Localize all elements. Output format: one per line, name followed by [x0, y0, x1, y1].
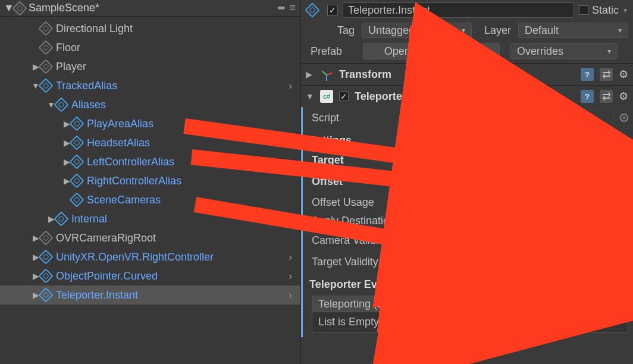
offset-usage-dropdown[interactable]: Offset Always Ignore Destin ▾ — [434, 194, 628, 210]
gameobject-icon — [69, 154, 84, 169]
hierarchy-item[interactable]: ▶Directional Light — [0, 19, 300, 38]
scene-foldout-icon[interactable]: ▼ — [4, 2, 12, 14]
hierarchy-item[interactable]: ▶Player — [0, 57, 300, 76]
object-picker-icon[interactable] — [620, 156, 628, 164]
gameobject-icon — [69, 192, 84, 207]
hierarchy-item[interactable]: ▼Aliases — [0, 95, 300, 114]
hierarchy-tree: ▶Directional Light▶Floor▶Player▼TrackedA… — [0, 17, 300, 305]
hierarchy-item[interactable]: ▼TrackedAlias› — [0, 76, 300, 95]
gameobject-icon — [54, 97, 68, 112]
tag-dropdown[interactable]: Untagged ▾ — [362, 23, 472, 38]
scene-title[interactable]: SampleScene* — [29, 2, 99, 14]
inspector-panel: ✓ Teleporter.Instant Static ▼ Tag Untagg… — [301, 0, 633, 364]
chevron-down-icon: ▾ — [618, 26, 622, 34]
gameobject-icon — [38, 40, 53, 55]
gameobject-icon — [54, 211, 68, 226]
tag-label: Tag — [334, 24, 355, 37]
foldout-icon[interactable]: ▼ — [306, 92, 314, 101]
offset-field[interactable]: HeadsetAlias — [434, 173, 614, 190]
preset-icon[interactable]: ⇄ — [600, 90, 613, 103]
target-field[interactable]: PlayAreaAlias — [434, 152, 614, 168]
gameobject-icon — [38, 268, 53, 283]
hierarchy-item[interactable]: ▶HeadsetAlias — [0, 133, 300, 152]
hierarchy-item-label: PlayAreaAlias — [87, 118, 153, 130]
gear-icon[interactable]: ⚙ — [619, 90, 628, 103]
object-picker-icon[interactable] — [620, 236, 628, 244]
chevron-right-icon[interactable]: › — [289, 251, 292, 263]
script-icon: c# — [439, 113, 449, 123]
hierarchy-item-label: Directional Light — [56, 23, 133, 35]
panel-menu-icon[interactable]: ≡ — [289, 2, 296, 14]
hierarchy-item[interactable]: ▶UnityXR.OpenVR.RightController› — [0, 247, 300, 266]
transform-icon — [320, 68, 333, 81]
apply-rotation-label: Apply Destination Rot — [312, 215, 428, 227]
transform-header[interactable]: ▶ Transform ? ⇄ ⚙ — [301, 64, 633, 85]
prefab-override-bar — [301, 107, 303, 337]
hierarchy-item-label: Internal — [71, 213, 107, 225]
offset-usage-value: Offset Always Ignore Destin — [440, 196, 572, 209]
events-section-label: Teleporter Events — [309, 278, 628, 291]
help-icon[interactable]: ? — [581, 90, 594, 103]
target-value: PlayAreaAlias — [452, 154, 519, 167]
gameobject-icon — [38, 78, 53, 93]
chevron-right-icon[interactable]: › — [289, 270, 292, 283]
chevron-right-icon[interactable]: › — [289, 80, 292, 92]
gameobject-icon — [437, 154, 449, 166]
prefab-open-button[interactable]: Open — [363, 43, 432, 59]
gameobject-name-field[interactable]: Teleporter.Instant — [343, 2, 574, 18]
object-picker-icon[interactable] — [620, 114, 628, 122]
event-header[interactable]: Teleporting (EventData) — [312, 296, 628, 312]
hierarchy-item[interactable]: ▶LeftControllerAlias — [0, 152, 300, 171]
static-toggle[interactable] — [579, 5, 588, 15]
gameobject-icon — [305, 2, 319, 17]
foldout-icon[interactable]: ▶ — [306, 70, 314, 79]
target-validity-field[interactable]: None (I Rule) — [434, 253, 614, 270]
static-dropdown-icon[interactable]: ▼ — [622, 7, 628, 14]
camera-validity-value: SceneCameras (Li — [453, 234, 542, 247]
script-field: c# TeleporterFacade — [434, 109, 614, 126]
hierarchy-item-label: Teleporter.Instant — [56, 289, 138, 302]
hierarchy-item[interactable]: ▶RightControllerAlias — [0, 171, 300, 190]
hierarchy-item-label: UnityXR.OpenVR.RightController — [56, 251, 214, 263]
prefab-select-button[interactable]: Select — [432, 43, 500, 59]
hierarchy-item[interactable]: ▶PlayAreaAlias — [0, 114, 300, 133]
hierarchy-item-label: Aliases — [71, 99, 106, 111]
hierarchy-item-label: OVRCameraRigRoot — [56, 232, 156, 244]
hierarchy-item[interactable]: ▶SceneCameras — [0, 190, 300, 209]
apply-rotation-toggle[interactable]: ✓ — [434, 216, 444, 227]
hierarchy-item[interactable]: ▶ObjectPointer.Curved› — [0, 266, 300, 285]
hierarchy-item[interactable]: ▶Teleporter.Instant› — [0, 285, 300, 305]
transform-component: ▶ Transform ? ⇄ ⚙ — [301, 63, 633, 85]
preset-icon[interactable]: ⇄ — [600, 68, 613, 81]
hierarchy-panel: ▼ SampleScene* ▪▪▪ ≡ ▶Directional Light▶… — [0, 0, 301, 364]
hierarchy-item[interactable]: ▶Internal — [0, 209, 300, 228]
chevron-right-icon[interactable]: › — [289, 289, 292, 302]
hierarchy-item-label: HeadsetAlias — [87, 137, 150, 149]
gameobject-icon — [38, 287, 53, 302]
layer-value: Default — [525, 24, 559, 37]
object-picker-icon[interactable] — [620, 258, 628, 266]
settings-section-label: Settings — [309, 134, 628, 147]
teleporter-facade-title: Teleporter Facade (Script) — [355, 90, 575, 103]
target-validity-label: Target Validity — [312, 256, 428, 268]
prefab-label: Prefab — [311, 45, 352, 58]
offset-value: HeadsetAlias — [452, 175, 515, 188]
prefab-overrides-dropdown[interactable]: Overrides ▾ — [510, 43, 618, 59]
gameobject-icon — [38, 249, 53, 264]
gear-icon[interactable]: ⚙ — [619, 68, 628, 81]
component-enabled-toggle[interactable]: ✓ — [339, 92, 349, 101]
offset-usage-label: Offset Usage — [312, 196, 428, 209]
hierarchy-item[interactable]: ▶Floor — [0, 38, 300, 57]
camera-validity-field[interactable]: c# SceneCameras (Li — [434, 232, 614, 249]
hierarchy-item-label: TrackedAlias — [56, 80, 117, 92]
panel-options-icon[interactable]: ▪▪▪ — [277, 2, 283, 14]
object-picker-icon[interactable] — [620, 177, 628, 186]
help-icon[interactable]: ? — [581, 68, 594, 81]
active-toggle[interactable]: ✓ — [327, 5, 338, 15]
layer-dropdown[interactable]: Default ▾ — [518, 23, 628, 38]
overrides-label: Overrides — [517, 45, 563, 58]
chevron-down-icon: ▾ — [462, 26, 465, 34]
hierarchy-item[interactable]: ▶OVRCameraRigRoot — [0, 228, 300, 247]
teleporter-facade-header[interactable]: ▼ c# ✓ Teleporter Facade (Script) ? ⇄ ⚙ — [301, 86, 633, 107]
gameobject-icon — [38, 230, 53, 245]
